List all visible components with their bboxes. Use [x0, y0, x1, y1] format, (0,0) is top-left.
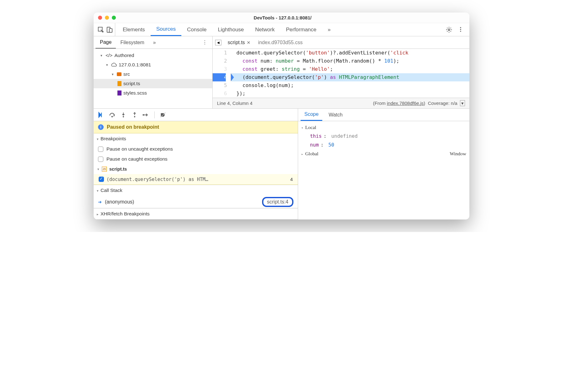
- tree-file-script[interactable]: script.ts: [94, 79, 212, 88]
- editor-panel: ◂ script.ts ✕ index.d9703d55.css 1docume…: [213, 36, 469, 108]
- tab-lighthouse[interactable]: Lighthouse: [212, 23, 250, 36]
- source-map-info: (From index.7808df6e.js) Coverage: n/a ▾: [373, 101, 465, 106]
- separator: [154, 111, 155, 118]
- svg-point-7: [111, 116, 113, 117]
- tree-label: script.ts: [123, 81, 140, 86]
- checkbox[interactable]: [98, 157, 103, 162]
- tab-elements[interactable]: Elements: [117, 23, 151, 36]
- breakpoint-file-group[interactable]: ▾JSscript.ts: [94, 164, 298, 174]
- breakpoint-row[interactable]: (document.querySelector('p') as HTM… 4: [94, 174, 298, 185]
- svg-point-5: [460, 29, 461, 30]
- code-line[interactable]: 2 const num: number = Math.floor(Math.ra…: [213, 57, 469, 65]
- tab-performance[interactable]: Performance: [280, 23, 322, 36]
- pause-message: Paused on breakpoint: [107, 124, 159, 130]
- code-line[interactable]: 1document.querySelector('button')?.addEv…: [213, 49, 469, 57]
- nav-tab-page[interactable]: Page: [96, 36, 116, 49]
- tree-authored[interactable]: </> Authored: [94, 51, 212, 60]
- debugger-left: i Paused on breakpoint Breakpoints Pause…: [94, 109, 298, 219]
- xhr-section: XHR/fetch Breakpoints: [94, 209, 298, 219]
- tree-file-styles[interactable]: styles.scss: [94, 88, 212, 98]
- resume-icon[interactable]: [97, 111, 105, 119]
- code-line[interactable]: 3 const greet: string = 'Hello';: [213, 65, 469, 73]
- section-header-breakpoints[interactable]: Breakpoints: [94, 133, 298, 144]
- checkbox[interactable]: [98, 147, 103, 152]
- main-area: Page Filesystem » ⋮ </> Authored 127.0.0…: [94, 36, 469, 108]
- breakpoint-code: (document.querySelector('p') as HTM…: [106, 177, 287, 182]
- svg-point-3: [448, 29, 450, 31]
- scope-global-value: Window: [450, 151, 466, 157]
- tabs-overflow[interactable]: »: [322, 23, 336, 36]
- tree-host[interactable]: 127.0.0.1:8081: [94, 60, 212, 70]
- window-title: DevTools - 127.0.0.1:8081/: [100, 15, 465, 20]
- current-frame-icon: ➔: [98, 199, 102, 204]
- svg-point-4: [460, 27, 461, 28]
- frame-location[interactable]: script.ts:4: [262, 197, 293, 207]
- tree-folder-src[interactable]: src: [94, 70, 212, 79]
- file-tab-label: index.d9703d55.css: [258, 40, 302, 45]
- tab-console[interactable]: Console: [181, 23, 212, 36]
- scope-local[interactable]: Local: [301, 123, 466, 132]
- svg-point-8: [123, 116, 124, 117]
- step-into-icon[interactable]: [119, 111, 127, 119]
- device-icon[interactable]: [106, 26, 113, 33]
- scope-global[interactable]: GlobalWindow: [301, 149, 466, 158]
- tab-sources[interactable]: Sources: [151, 23, 181, 36]
- scope-panel: Scope Watch Local this: undefined num: 5…: [298, 109, 469, 219]
- callstack-section: Call Stack ➔ (anonymous) script.ts:4: [94, 185, 298, 209]
- cursor-position: Line 4, Column 4: [217, 101, 252, 106]
- info-icon: i: [98, 124, 104, 130]
- checkbox-checked[interactable]: [99, 177, 104, 182]
- titlebar: DevTools - 127.0.0.1:8081/: [94, 13, 469, 23]
- navigator-tabs: Page Filesystem » ⋮: [94, 36, 212, 49]
- svg-point-6: [460, 31, 461, 32]
- pause-uncaught-row[interactable]: Pause on uncaught exceptions: [94, 144, 298, 154]
- file-tab-css[interactable]: index.d9703d55.css: [255, 36, 306, 49]
- scope-tabs: Scope Watch: [298, 109, 469, 121]
- scope-body: Local this: undefined num: 50 GlobalWind…: [298, 121, 469, 160]
- svg-rect-2: [109, 28, 112, 32]
- source-map-link[interactable]: index.7808df6e.js: [387, 101, 424, 106]
- cloud-icon: [111, 63, 117, 67]
- coverage-info: Coverage: n/a: [428, 101, 457, 106]
- callstack-frame[interactable]: ➔ (anonymous) script.ts:4: [94, 196, 298, 208]
- svg-point-10: [142, 114, 144, 116]
- nav-kebab-icon[interactable]: ⋮: [199, 39, 210, 45]
- scss-file-icon: [117, 90, 121, 95]
- svg-point-9: [134, 116, 135, 117]
- step-icon[interactable]: [142, 111, 150, 119]
- debugger-toolbar: [94, 109, 298, 121]
- panel-tabs: Elements Sources Console Lighthouse Netw…: [117, 23, 442, 36]
- step-over-icon[interactable]: [108, 111, 116, 119]
- nav-tab-filesystem[interactable]: Filesystem: [116, 36, 148, 49]
- deactivate-breakpoints-icon[interactable]: [159, 111, 167, 119]
- file-tab-script[interactable]: script.ts ✕: [225, 36, 254, 49]
- js-badge-icon: JS: [102, 167, 107, 172]
- section-header-callstack[interactable]: Call Stack: [94, 185, 298, 196]
- pause-caught-row[interactable]: Pause on caught exceptions: [94, 154, 298, 164]
- toggle-nav-icon[interactable]: ◂: [215, 40, 221, 45]
- step-out-icon[interactable]: [131, 111, 139, 119]
- tab-scope[interactable]: Scope: [301, 109, 322, 121]
- inspect-icon[interactable]: [97, 26, 104, 33]
- scope-var-this: this: undefined: [301, 132, 466, 141]
- tab-network[interactable]: Network: [250, 23, 280, 36]
- code-editor[interactable]: 1document.querySelector('button')?.addEv…: [213, 49, 469, 98]
- close-icon[interactable]: ✕: [247, 40, 251, 45]
- file-tree: </> Authored 127.0.0.1:8081 src script.t…: [94, 49, 212, 100]
- tree-label: 127.0.0.1:8081: [119, 62, 151, 68]
- code-line[interactable]: 4 (document.querySelector('p') as HTMLPa…: [213, 73, 469, 81]
- code-brackets-icon: </>: [106, 53, 112, 58]
- code-line[interactable]: 6});: [213, 90, 469, 98]
- nav-overflow[interactable]: »: [149, 36, 160, 49]
- section-header-xhr[interactable]: XHR/fetch Breakpoints: [94, 209, 298, 219]
- tab-watch[interactable]: Watch: [325, 109, 346, 121]
- file-tabs: ◂ script.ts ✕ index.d9703d55.css: [213, 36, 469, 49]
- gear-icon[interactable]: [446, 26, 452, 33]
- editor-statusbar: Line 4, Column 4 (From index.7808df6e.js…: [213, 98, 469, 108]
- navigator-panel: Page Filesystem » ⋮ </> Authored 127.0.0…: [94, 36, 213, 108]
- tree-label: src: [123, 71, 130, 77]
- folder-icon: [117, 72, 121, 76]
- kebab-icon[interactable]: [457, 26, 464, 33]
- code-line[interactable]: 5 console.log(num);: [213, 81, 469, 90]
- dropdown-icon[interactable]: ▾: [460, 100, 465, 106]
